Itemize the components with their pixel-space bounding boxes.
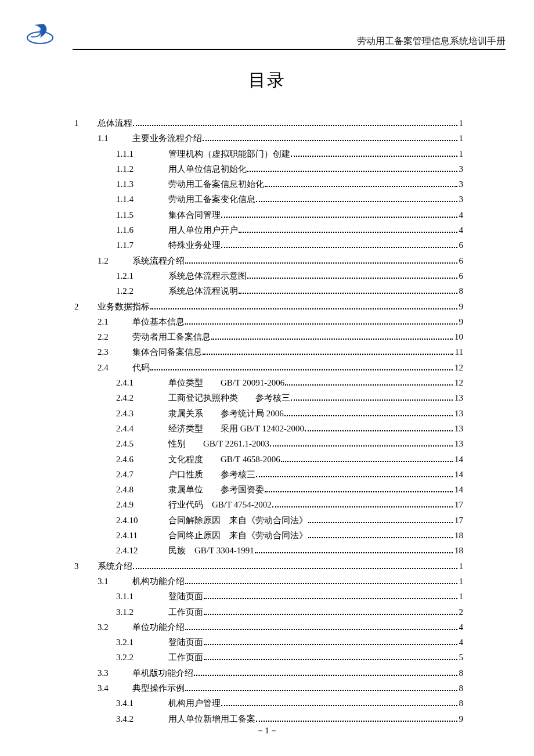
toc-entry: 3.1机构功能介绍1 xyxy=(74,574,463,589)
toc-leader xyxy=(272,502,453,508)
toc-number: 2 xyxy=(74,299,98,314)
toc-page: 1 xyxy=(459,116,464,131)
toc-leader xyxy=(150,364,453,370)
toc-leader xyxy=(204,609,457,615)
toc-number: 2.4.11 xyxy=(116,528,168,543)
toc-label: 用人单位用户开户 xyxy=(168,222,238,237)
toc-number: 1.1.7 xyxy=(116,237,168,253)
toc-label: 民族 GB/T 3304-1991 xyxy=(168,543,254,558)
toc-leader xyxy=(203,135,457,142)
toc-label: 业务数据指标 xyxy=(98,299,150,314)
toc-entry: 2.4.6文化程度 GB/T 4658-200614 xyxy=(74,452,463,467)
toc-page: 6 xyxy=(459,268,464,283)
toc-label: 合同终止原因 来自《劳动合同法》 xyxy=(168,528,308,543)
toc-entry: 1.1.2用人单位信息初始化3 xyxy=(74,161,463,177)
toc-entry: 3.1.1登陆页面1 xyxy=(74,589,463,604)
toc-entry: 3.4.2用人单位新增用工备案9 xyxy=(74,711,463,726)
toc-number: 3.1 xyxy=(98,574,132,589)
toc-page: 4 xyxy=(459,207,464,222)
toc-leader xyxy=(265,486,453,492)
toc-entry: 3.4典型操作示例8 xyxy=(74,681,463,696)
toc-number: 2.4.1 xyxy=(116,375,168,390)
toc-page: 14 xyxy=(454,482,463,497)
toc-number: 2.4.7 xyxy=(116,467,168,482)
toc-label: 特殊业务处理 xyxy=(168,237,221,253)
toc-number: 1.1.3 xyxy=(116,177,168,192)
toc-leader xyxy=(185,318,457,325)
toc-number: 1.2 xyxy=(98,253,132,268)
toc-label: 代码 xyxy=(132,360,150,375)
toc-number: 1.2.1 xyxy=(116,268,168,283)
toc-number: 1.1.1 xyxy=(116,146,168,161)
toc-number: 2.4.8 xyxy=(116,482,168,497)
toc-leader xyxy=(270,440,453,447)
toc-number: 2.4.2 xyxy=(116,390,168,405)
toc-leader xyxy=(150,303,457,309)
toc-leader xyxy=(185,257,457,264)
logo-icon xyxy=(26,21,54,45)
toc-entry: 1.1主要业务流程介绍1 xyxy=(74,131,463,146)
toc-page: 17 xyxy=(454,513,463,528)
toc-number: 2.3 xyxy=(98,344,132,359)
toc-leader xyxy=(221,242,457,249)
table-of-contents: 1总体流程11.1主要业务流程介绍11.1.1管理机构（虚拟职能部门）创建11.… xyxy=(74,116,463,726)
toc-leader xyxy=(133,120,457,126)
toc-leader xyxy=(291,395,453,401)
toc-label: 系统介绍 xyxy=(98,559,132,574)
toc-entry: 3系统介绍1 xyxy=(74,559,463,574)
toc-entry: 2.4.3隶属关系 参考统计局 200613 xyxy=(74,406,463,421)
toc-entry: 2.4.10合同解除原因 来自《劳动合同法》17 xyxy=(74,513,463,528)
toc-page: 8 xyxy=(459,283,464,298)
toc-leader xyxy=(256,196,457,203)
toc-label: 隶属关系 参考统计局 2006 xyxy=(168,406,284,421)
toc-page: 2 xyxy=(459,604,464,620)
header-rule xyxy=(73,49,506,50)
toc-leader xyxy=(133,563,457,569)
toc-page: 1 xyxy=(459,574,464,589)
toc-page: 6 xyxy=(459,253,464,268)
toc-leader xyxy=(256,715,457,722)
toc-leader xyxy=(247,165,457,172)
toc-page: 4 xyxy=(459,620,464,635)
toc-number: 2.4 xyxy=(98,360,132,375)
toc-page: 14 xyxy=(454,467,463,482)
toc-label: 登陆页面 xyxy=(168,589,203,604)
toc-label: 集体合同备案信息 xyxy=(132,344,202,359)
toc-page: 3 xyxy=(459,177,464,192)
toc-number: 2.4.4 xyxy=(116,421,168,436)
toc-entry: 3.2单位功能介绍4 xyxy=(74,620,463,635)
toc-page: 8 xyxy=(459,681,464,696)
toc-number: 2.1 xyxy=(98,314,132,329)
toc-leader xyxy=(284,410,453,416)
toc-entry: 1.1.3劳动用工备案信息初始化3 xyxy=(74,177,463,192)
toc-leader xyxy=(194,669,457,676)
toc-label: 隶属单位 参考国资委 xyxy=(168,482,264,497)
toc-page: 14 xyxy=(454,452,463,467)
toc-number: 3.4 xyxy=(98,681,132,696)
toc-entry: 2.4.12民族 GB/T 3304-199118 xyxy=(74,543,463,558)
toc-entry: 1.1.5集体合同管理4 xyxy=(74,207,463,222)
toc-label: 典型操作示例 xyxy=(132,681,185,696)
toc-label: 性别 GB/T 2261.1-2003 xyxy=(168,436,269,451)
toc-entry: 3.4.1机构用户管理8 xyxy=(74,696,463,711)
toc-entry: 1.1.6用人单位用户开户4 xyxy=(74,222,463,237)
toc-page: 3 xyxy=(459,192,464,207)
toc-number: 3.4.1 xyxy=(116,696,168,711)
toc-label: 总体流程 xyxy=(98,116,132,131)
toc-page: 8 xyxy=(459,696,464,711)
toc-page: 1 xyxy=(459,131,464,146)
toc-page: 10 xyxy=(454,329,463,344)
page-title: 目录 xyxy=(0,69,534,92)
toc-entry: 2.1单位基本信息9 xyxy=(74,314,463,329)
toc-page: 6 xyxy=(459,237,464,253)
toc-leader xyxy=(291,150,457,157)
toc-entry: 2.4.4经济类型 采用 GB/T 12402-200013 xyxy=(74,421,463,436)
toc-number: 1.1.6 xyxy=(116,222,168,237)
toc-page: 9 xyxy=(459,299,464,314)
toc-leader xyxy=(185,624,457,630)
toc-leader xyxy=(255,548,453,554)
page-header: 劳动用工备案管理信息系统培训手册 xyxy=(26,20,507,49)
toc-label: 系统总体流程示意图 xyxy=(168,268,247,283)
toc-leader xyxy=(204,593,457,599)
toc-entry: 1.1.7特殊业务处理6 xyxy=(74,237,463,253)
